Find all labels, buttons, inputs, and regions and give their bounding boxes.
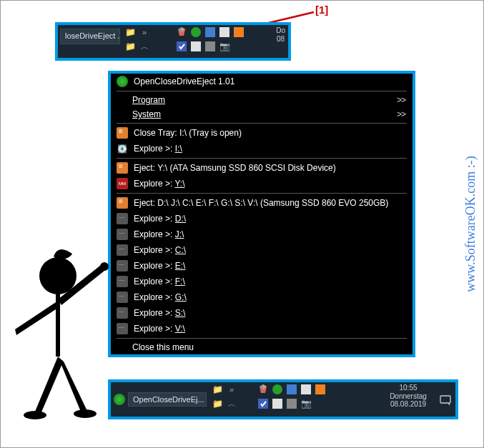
app-icon: [117, 76, 128, 87]
drive-icon: MM: [117, 178, 128, 189]
chevron-right-icon[interactable]: »: [139, 26, 150, 38]
calendar-icon[interactable]: [219, 26, 230, 38]
context-menu: OpenCloseDriveEject 1.01 Program >> Syst…: [108, 71, 415, 357]
shield-icon[interactable]: [176, 41, 187, 52]
drive-icon: [117, 307, 128, 319]
menu-close-tray[interactable]: Close Tray: I:\ (Tray is open): [111, 125, 413, 141]
app-green-icon[interactable]: [190, 26, 202, 38]
watermark: www.SoftwareOK.com :-): [462, 1, 479, 447]
menu-close[interactable]: Close this menu: [111, 340, 413, 354]
menu-explore-i[interactable]: 💽 Explore >: I:\: [111, 141, 413, 156]
drive-icon: [117, 244, 128, 256]
app-icon[interactable]: [286, 398, 297, 409]
eject-icon: [117, 197, 128, 209]
svg-point-7: [24, 411, 46, 419]
chevron-right-icon: >>: [397, 109, 405, 119]
eject-icon: [117, 162, 128, 174]
menu-system[interactable]: System >>: [111, 107, 413, 121]
clock[interactable]: 10:55 Donnerstag 08.08.2019: [381, 382, 435, 417]
app-icon[interactable]: [190, 41, 202, 52]
menu-explore-e[interactable]: Explore >: E:\: [111, 258, 413, 274]
menu-explore-v[interactable]: Explore >: V:\: [111, 321, 413, 337]
separator: [117, 338, 407, 339]
camera-icon[interactable]: 📷: [300, 398, 312, 409]
svg-rect-3: [440, 396, 450, 403]
svg-point-8: [74, 409, 97, 418]
shield-icon[interactable]: [257, 398, 269, 409]
app-icon[interactable]: [204, 41, 216, 52]
notification-icon[interactable]: [435, 382, 455, 417]
taskbar-button[interactable]: loseDriveEject ...: [60, 29, 120, 44]
folder-icon[interactable]: 📁: [124, 41, 136, 52]
taskbar-top: loseDriveEject ... 📁 » 📁 ︿ 📷 Do 08: [55, 22, 291, 61]
menu-title: OpenCloseDriveEject 1.01: [111, 74, 413, 89]
menu-explore-y[interactable]: MM Explore >: Y:\: [111, 176, 413, 191]
app-blue-icon[interactable]: [204, 26, 216, 38]
menu-explore-j[interactable]: Explore >: J:\: [111, 227, 413, 242]
clock[interactable]: Do 08: [273, 25, 288, 44]
chevron-up-icon[interactable]: ︿: [139, 41, 150, 52]
callout-label: [1]: [315, 4, 328, 16]
svg-point-6: [100, 262, 109, 271]
taskbar-bottom: OpenCloseDriveEj... 📁 » 📁 ︿ 📷: [108, 379, 458, 419]
menu-explore-s[interactable]: Explore >: S:\: [111, 305, 413, 321]
app-green-icon[interactable]: [272, 384, 283, 395]
menu-program[interactable]: Program >>: [111, 93, 413, 107]
drive-icon: [117, 260, 128, 272]
menu-eject-y[interactable]: Eject: Y:\ (ATA Samsung SSD 860 SCSI Dis…: [111, 160, 413, 176]
chevron-up-icon[interactable]: ︿: [226, 398, 237, 409]
folder-icon[interactable]: 📁: [212, 384, 223, 395]
eject-icon: [117, 127, 128, 139]
drive-icon: [117, 229, 128, 240]
chevron-right-icon[interactable]: »: [226, 384, 237, 395]
chevron-right-icon: >>: [397, 95, 405, 105]
drive-icon: [117, 276, 128, 287]
security-icon[interactable]: [257, 384, 269, 395]
app-blue-icon[interactable]: [286, 384, 297, 395]
separator: [117, 193, 407, 194]
menu-explore-g[interactable]: Explore >: G:\: [111, 289, 413, 305]
menu-explore-d[interactable]: Explore >: D:\: [111, 211, 413, 227]
drive-icon: 💽: [117, 143, 128, 154]
separator: [117, 158, 407, 159]
drive-icon: [117, 213, 128, 224]
menu-explore-c[interactable]: Explore >: C:\: [111, 242, 413, 258]
power-icon[interactable]: [233, 26, 245, 38]
menu-explore-f[interactable]: Explore >: F:\: [111, 274, 413, 289]
app-icon[interactable]: [272, 398, 283, 409]
taskbar-button[interactable]: OpenCloseDriveEj...: [128, 392, 207, 407]
camera-icon[interactable]: 📷: [219, 41, 230, 52]
security-icon[interactable]: [176, 26, 187, 38]
svg-point-4: [39, 257, 76, 294]
separator: [117, 123, 407, 124]
svg-rect-2: [258, 399, 268, 409]
mascot-figure: [1, 237, 115, 422]
svg-rect-1: [177, 41, 187, 51]
drive-icon: [117, 292, 128, 303]
drive-icon: [117, 323, 128, 334]
app-icon[interactable]: [114, 394, 125, 405]
separator: [117, 91, 407, 91]
power-icon[interactable]: [315, 384, 326, 395]
calendar-icon[interactable]: [300, 384, 312, 395]
folder-icon[interactable]: 📁: [212, 398, 223, 409]
folder-icon[interactable]: 📁: [124, 26, 136, 38]
menu-eject-multi[interactable]: Eject: D:\ J:\ C:\ E:\ F:\ G:\ S:\ V:\ (…: [111, 195, 413, 211]
